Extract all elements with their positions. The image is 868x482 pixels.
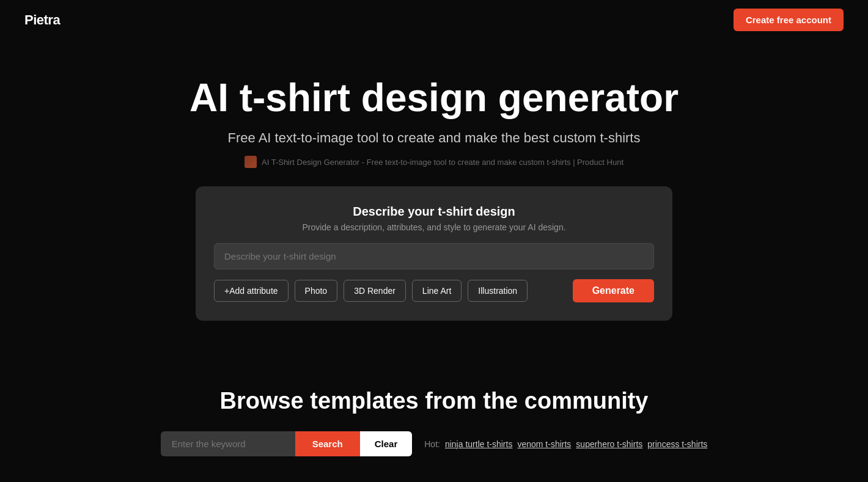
product-hunt-icon — [245, 156, 257, 168]
hero-section: AI t-shirt design generator Free AI text… — [0, 40, 868, 376]
hot-link-venom[interactable]: venom t-shirts — [517, 439, 571, 449]
style-3d-render-button[interactable]: 3D Render — [344, 280, 406, 302]
product-hunt-text: AI T-Shirt Design Generator - Free text-… — [262, 158, 623, 167]
design-description-input[interactable] — [214, 243, 654, 269]
generator-card: Describe your t-shirt design Provide a d… — [196, 186, 672, 321]
generate-button[interactable]: Generate — [573, 279, 654, 302]
generator-actions: +Add attribute Photo 3D Render Line Art … — [214, 279, 654, 302]
hero-title: AI t-shirt design generator — [189, 76, 679, 119]
browse-title: Browse templates from the community — [24, 388, 844, 414]
hot-link-ninja-turtle[interactable]: ninja turtle t-shirts — [445, 439, 512, 449]
search-button[interactable]: Search — [295, 431, 360, 456]
keyword-search-input[interactable] — [161, 431, 295, 456]
header: Pietra Create free account — [0, 0, 868, 40]
hot-link-princess[interactable]: princess t-shirts — [647, 439, 707, 449]
browse-section: Browse templates from the community Sear… — [0, 376, 868, 475]
search-bar: Search Clear — [161, 431, 413, 456]
hot-links: Hot: ninja turtle t-shirts venom t-shirt… — [424, 439, 707, 449]
logo: Pietra — [24, 12, 60, 28]
style-photo-button[interactable]: Photo — [295, 280, 338, 302]
hot-label: Hot: — [424, 439, 440, 449]
style-line-art-button[interactable]: Line Art — [412, 280, 462, 302]
hero-subtitle: Free AI text-to-image tool to create and… — [228, 130, 641, 146]
product-hunt-badge: AI T-Shirt Design Generator - Free text-… — [245, 156, 623, 168]
create-account-button[interactable]: Create free account — [734, 9, 844, 31]
add-attribute-button[interactable]: +Add attribute — [214, 280, 289, 302]
clear-button[interactable]: Clear — [360, 431, 413, 456]
style-illustration-button[interactable]: Illustration — [468, 280, 528, 302]
generator-card-subtitle: Provide a description, attributes, and s… — [214, 222, 654, 232]
generator-card-title: Describe your t-shirt design — [214, 205, 654, 219]
search-row: Search Clear Hot: ninja turtle t-shirts … — [24, 431, 844, 456]
hot-link-superhero[interactable]: superhero t-shirts — [576, 439, 642, 449]
